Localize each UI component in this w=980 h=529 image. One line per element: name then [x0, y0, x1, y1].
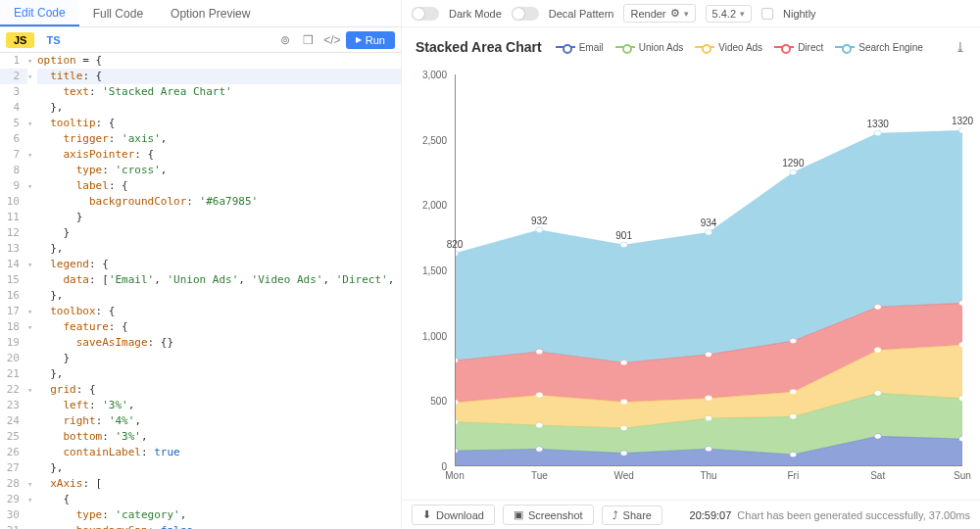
code-icon[interactable]: </>	[322, 30, 342, 50]
chart-title: Stacked Area Chart	[416, 39, 542, 55]
chart-legend: EmailUnion AdsVideo AdsDirectSearch Engi…	[556, 42, 923, 53]
svg-point-31	[705, 230, 711, 236]
svg-point-32	[790, 169, 797, 175]
version-select[interactable]: 5.4.2	[706, 5, 752, 23]
decal-label: Decal Pattern	[549, 8, 614, 20]
svg-point-22	[536, 349, 543, 355]
share-icon: ⤴	[612, 509, 618, 521]
x-tick: Mon	[445, 470, 464, 481]
y-axis: 05001,0001,5002,0002,5003,000	[416, 74, 451, 466]
data-label: 901	[615, 230, 632, 241]
svg-point-2	[620, 451, 627, 457]
legend-item[interactable]: Video Ads	[695, 42, 762, 53]
svg-point-19	[874, 348, 881, 354]
y-tick: 1,500	[422, 265, 447, 276]
format-icon[interactable]: ⊚	[275, 30, 295, 50]
legend-item[interactable]: Email	[556, 42, 604, 53]
save-image-icon[interactable]: ⤓	[955, 39, 966, 55]
y-tick: 1,000	[422, 330, 447, 341]
x-tick: Fri	[787, 470, 799, 481]
svg-point-18	[790, 389, 797, 395]
svg-point-24	[705, 352, 711, 358]
legend-item[interactable]: Direct	[774, 42, 823, 53]
preview-toolbar: Dark Mode Decal Pattern Render ⚙ 5.4.2 N…	[402, 0, 980, 27]
legend-item[interactable]: Union Ads	[615, 42, 684, 53]
dark-mode-toggle[interactable]	[412, 7, 439, 21]
tab-option-preview[interactable]: Option Preview	[157, 0, 264, 26]
gear-icon: ⚙	[670, 7, 680, 20]
bottom-bar: ⬇Download ▣Screenshot ⤴Share 20:59:07Cha…	[402, 500, 980, 529]
x-tick: Thu	[700, 470, 716, 481]
svg-point-5	[874, 434, 881, 440]
x-axis-line	[455, 465, 962, 466]
svg-point-9	[620, 425, 627, 431]
screenshot-button[interactable]: ▣Screenshot	[503, 505, 594, 525]
x-tick: Sun	[954, 470, 971, 481]
code-editor[interactable]: 1▾option = {2▾ title: {3 text: 'Stacked …	[0, 53, 401, 529]
svg-point-33	[874, 130, 881, 136]
svg-point-30	[620, 242, 627, 248]
dark-mode-label: Dark Mode	[449, 8, 502, 20]
x-tick: Tue	[531, 470, 548, 481]
status-text: 20:59:07Chart has been generated success…	[690, 509, 970, 521]
lang-ts-button[interactable]: TS	[38, 32, 68, 48]
svg-point-11	[790, 414, 797, 420]
decal-toggle[interactable]	[512, 7, 539, 21]
right-panel: Dark Mode Decal Pattern Render ⚙ 5.4.2 N…	[402, 0, 980, 529]
svg-point-29	[536, 227, 543, 233]
y-tick: 2,000	[422, 200, 447, 211]
svg-point-12	[874, 391, 881, 397]
share-button[interactable]: ⤴Share	[602, 505, 662, 525]
svg-point-17	[705, 396, 711, 402]
svg-point-1	[536, 447, 543, 453]
render-select[interactable]: Render ⚙	[623, 4, 695, 23]
nightly-label: Nightly	[783, 8, 816, 20]
x-tick: Wed	[613, 470, 633, 481]
y-tick: 500	[430, 396, 447, 407]
download-button[interactable]: ⬇Download	[412, 505, 495, 525]
svg-point-26	[874, 305, 881, 311]
data-label: 932	[531, 216, 548, 226]
y-tick: 3,000	[422, 70, 447, 80]
x-axis: MonTueWedThuFriSatSun	[455, 470, 962, 486]
data-label: 1320	[952, 116, 973, 126]
svg-point-15	[536, 392, 543, 398]
svg-point-23	[620, 360, 627, 365]
svg-point-25	[790, 338, 797, 344]
download-icon: ⬇	[422, 508, 431, 521]
left-panel: Edit Code Full Code Option Preview JS TS…	[0, 0, 402, 529]
svg-point-8	[536, 422, 543, 428]
svg-point-10	[705, 415, 711, 421]
svg-point-3	[705, 446, 711, 452]
nightly-checkbox[interactable]	[761, 8, 773, 20]
svg-point-16	[620, 399, 627, 405]
y-tick: 2,500	[422, 134, 447, 145]
data-label: 820	[447, 239, 464, 250]
x-tick: Sat	[870, 470, 885, 481]
tab-edit-code[interactable]: Edit Code	[0, 0, 79, 26]
camera-icon: ▣	[514, 508, 523, 521]
data-label: 1330	[867, 119, 889, 129]
lang-js-button[interactable]: JS	[6, 32, 34, 48]
svg-point-4	[790, 452, 797, 457]
y-axis-line	[455, 74, 456, 466]
legend-item[interactable]: Search Engine	[835, 42, 923, 53]
chart-area: Stacked Area Chart EmailUnion AdsVideo A…	[402, 27, 980, 500]
tab-full-code[interactable]: Full Code	[79, 0, 157, 26]
code-tabs: Edit Code Full Code Option Preview	[0, 0, 401, 27]
cube-icon[interactable]: ❒	[299, 30, 318, 50]
data-label: 934	[701, 217, 717, 228]
data-label: 1290	[782, 158, 804, 168]
run-button[interactable]: Run	[346, 31, 395, 49]
language-bar: JS TS ⊚ ❒ </> Run	[0, 27, 401, 53]
plot-area[interactable]: 820932901934129013301320	[455, 74, 962, 466]
